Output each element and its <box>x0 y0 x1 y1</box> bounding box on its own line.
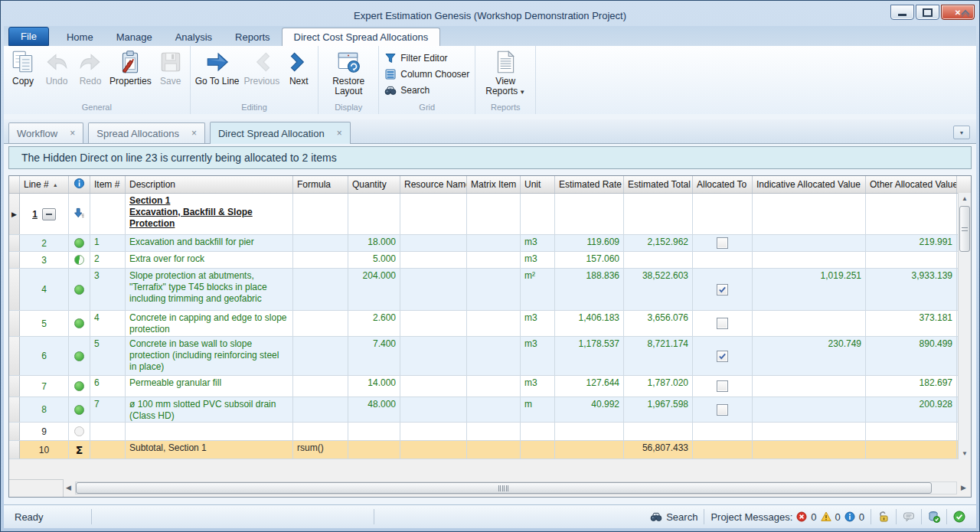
grid-row-4[interactable]: 43Slope protection at abutments, "Terraf… <box>9 269 971 311</box>
vertical-scroll-thumb[interactable] <box>959 206 970 252</box>
cell-total[interactable]: 1,787.020 <box>624 376 693 397</box>
filter-editor-button[interactable]: Filter Editor <box>381 50 472 66</box>
column-header-unit[interactable]: Unit <box>521 176 555 193</box>
cell-item[interactable] <box>90 441 126 459</box>
cell-matrix[interactable] <box>467 194 521 234</box>
cell-matrix[interactable] <box>467 423 521 440</box>
cell-matrix[interactable] <box>467 397 521 422</box>
cell-indicative[interactable] <box>753 397 866 422</box>
cell-formula[interactable] <box>293 423 348 440</box>
horizontal-scroll-thumb[interactable] <box>76 482 932 494</box>
column-header-rowhdr[interactable] <box>9 176 20 193</box>
cell-allocated[interactable] <box>693 376 753 397</box>
cell-formula[interactable] <box>293 269 348 310</box>
cell-resource[interactable] <box>400 269 467 310</box>
cell-allocated[interactable] <box>693 397 753 422</box>
cell-indicative[interactable] <box>753 252 866 268</box>
ribbon-tab-direct-cost-spread-allocations[interactable]: Direct Cost Spread Allocations <box>282 28 441 46</box>
row-header[interactable] <box>9 423 20 440</box>
cell-rate[interactable]: 119.609 <box>555 235 624 251</box>
column-header-formula[interactable]: Formula <box>293 176 348 193</box>
cell-line[interactable]: 10 <box>20 441 69 459</box>
collapse-ribbon-button[interactable] <box>959 7 972 16</box>
cell-description[interactable]: Subtotal, Section 1 <box>126 441 293 459</box>
tab-list-dropdown-button[interactable]: ▼ <box>953 126 970 139</box>
row-header[interactable] <box>9 376 20 397</box>
cell-line[interactable]: 8 <box>20 397 69 422</box>
cell-total[interactable] <box>624 423 693 440</box>
row-header[interactable] <box>9 311 20 336</box>
row-header[interactable] <box>9 337 20 375</box>
close-tab-icon[interactable]: × <box>70 129 75 137</box>
cell-rate[interactable]: 1,178.537 <box>555 337 624 375</box>
cell-info[interactable] <box>69 194 90 234</box>
cell-info[interactable] <box>69 235 90 251</box>
copy-button[interactable]: Copy <box>6 47 40 102</box>
column-header-item[interactable]: Item # <box>90 176 126 193</box>
cell-matrix[interactable] <box>467 252 521 268</box>
cell-matrix[interactable] <box>467 311 521 336</box>
cell-info[interactable] <box>69 311 90 336</box>
close-tab-icon[interactable]: × <box>337 129 342 137</box>
scroll-down-arrow[interactable]: ▼ <box>959 450 971 457</box>
cell-other[interactable]: 200.928 <box>866 397 957 422</box>
cell-quantity[interactable]: 18.000 <box>348 235 400 251</box>
cell-quantity[interactable] <box>348 441 400 459</box>
cell-line[interactable]: 5 <box>20 311 69 336</box>
cell-description[interactable] <box>126 423 293 440</box>
cell-resource[interactable] <box>400 441 467 459</box>
cell-rate[interactable]: 40.992 <box>555 397 624 422</box>
cell-formula[interactable] <box>293 235 348 251</box>
cell-item[interactable]: 7 <box>90 397 126 422</box>
cell-other[interactable]: 890.499 <box>866 337 957 375</box>
cell-unit[interactable]: m <box>521 397 555 422</box>
cell-item[interactable]: 6 <box>90 376 126 397</box>
column-header-other[interactable]: Other Allocated Value <box>866 176 957 193</box>
cell-matrix[interactable] <box>467 235 521 251</box>
cell-description[interactable]: Concrete in capping and edge to slope pr… <box>126 311 293 336</box>
cell-indicative[interactable] <box>753 376 866 397</box>
cell-formula[interactable] <box>293 337 348 375</box>
cell-other[interactable]: 3,933.139 <box>866 269 957 310</box>
cell-quantity[interactable]: 5.000 <box>348 252 400 268</box>
cell-formula[interactable] <box>293 376 348 397</box>
cell-unit[interactable]: m3 <box>521 311 555 336</box>
column-header-allocated[interactable]: Allocated To <box>693 176 753 193</box>
cell-allocated[interactable] <box>693 269 753 310</box>
restore-layout-button[interactable]: Restore Layout <box>321 47 376 102</box>
cell-other[interactable] <box>866 441 957 459</box>
cell-matrix[interactable] <box>467 337 521 375</box>
cell-total[interactable]: 38,522.603 <box>624 269 693 310</box>
cell-matrix[interactable] <box>467 441 521 459</box>
cell-quantity[interactable]: 48.000 <box>348 397 400 422</box>
cell-quantity[interactable]: 204.000 <box>348 269 400 310</box>
cell-allocated[interactable] <box>693 311 753 336</box>
undo-button[interactable]: Undo <box>40 47 74 102</box>
row-header[interactable] <box>9 397 20 422</box>
cell-rate[interactable] <box>555 194 624 234</box>
grid-row-8[interactable]: 87ø 100 mm slotted PVC subsoil drain (Cl… <box>9 397 971 423</box>
next-button[interactable]: Next <box>282 47 315 102</box>
cell-line[interactable]: 2 <box>20 235 69 251</box>
search-button[interactable]: Search <box>381 82 472 98</box>
cell-description[interactable]: Slope protection at abutments, "Terrafix… <box>126 269 293 310</box>
cell-quantity[interactable]: 14.000 <box>348 376 400 397</box>
status-search-button[interactable]: Search <box>650 511 697 523</box>
column-header-total[interactable]: Estimated Total <box>624 176 693 193</box>
cell-allocated[interactable] <box>693 252 753 268</box>
collapse-section-button[interactable] <box>42 208 56 220</box>
minimize-button[interactable] <box>890 5 914 20</box>
column-header-matrix[interactable]: Matrix Item <box>467 176 521 193</box>
cell-indicative[interactable]: 230.749 <box>753 337 866 375</box>
cell-line[interactable]: 1 <box>20 194 69 234</box>
cell-item[interactable]: 3 <box>90 269 126 310</box>
cell-unit[interactable]: m² <box>521 269 555 310</box>
cell-resource[interactable] <box>400 397 467 422</box>
go-to-line-button[interactable]: Go To Line <box>193 47 242 102</box>
cell-other[interactable]: 219.991 <box>866 235 957 251</box>
cell-matrix[interactable] <box>467 269 521 310</box>
cell-unit[interactable] <box>521 441 555 459</box>
doc-tab-spread-allocations[interactable]: Spread Allocations× <box>88 122 205 143</box>
grid-row-7[interactable]: 76Permeable granular fill14.000m3127.644… <box>9 376 971 397</box>
allocated-to-checkbox[interactable] <box>717 380 728 392</box>
